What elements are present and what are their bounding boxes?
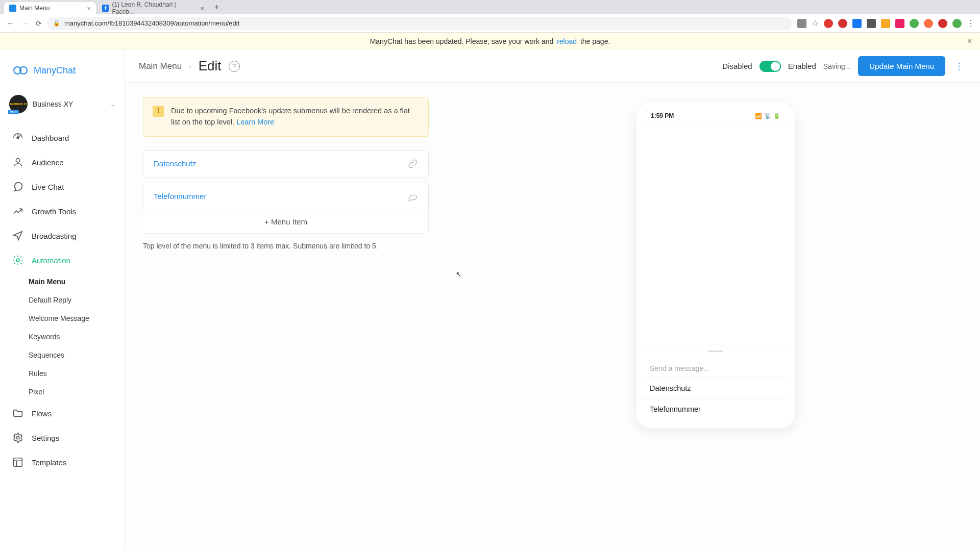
subnav-item-main-menu[interactable]: Main Menu (29, 272, 124, 291)
reply-icon (408, 191, 418, 202)
notification-text: ManyChat has been updated. Please, save … (370, 37, 610, 45)
extension-icon[interactable] (910, 19, 919, 28)
help-icon[interactable]: ? (229, 61, 240, 72)
subnav-item-sequences[interactable]: Sequences (29, 346, 124, 364)
menu-item-card[interactable]: Datenschutz (143, 150, 429, 178)
editor-column: ! Due to upcoming Facebook's update subm… (143, 97, 429, 429)
svg-rect-6 (14, 458, 22, 467)
sidebar-item-label: Settings (32, 434, 59, 442)
subnav-item-pixel[interactable]: Pixel (29, 383, 124, 401)
sidebar-item-growth-tools[interactable]: Growth Tools (0, 199, 124, 223)
extension-icon[interactable] (838, 19, 847, 28)
update-notification-bar: ManyChat has been updated. Please, save … (0, 33, 980, 50)
brand-logo[interactable]: ManyChat (0, 59, 124, 90)
disabled-label: Disabled (722, 62, 752, 70)
gear-icon (12, 255, 23, 266)
account-name: Business XY (33, 100, 105, 108)
breadcrumb[interactable]: Main Menu (139, 61, 182, 71)
extension-icon[interactable] (852, 19, 862, 28)
more-options-icon[interactable]: ⋮ (952, 61, 966, 72)
enabled-toggle[interactable] (760, 61, 781, 72)
link-icon (408, 159, 418, 169)
star-icon[interactable]: ☆ (812, 18, 819, 28)
profile-avatar-icon[interactable] (952, 19, 962, 28)
browser-toolbar: ← → ⟳ 🔒 manychat.com/fb181039443240830­9… (0, 14, 980, 33)
drawer-handle-icon[interactable] (708, 350, 723, 352)
extension-icon[interactable] (867, 19, 876, 28)
phone-menu-drawer: Send a message... DatenschutzTelefonnumm… (642, 345, 790, 419)
learn-more-link[interactable]: Learn More (236, 118, 274, 126)
subnav-item-welcome-message[interactable]: Welcome Message (29, 309, 124, 328)
lock-icon: 🔒 (53, 20, 60, 27)
close-icon[interactable]: × (87, 5, 91, 12)
chat-icon (12, 181, 23, 192)
wifi-icon: 📡 (764, 113, 771, 119)
sidebar-item-dashboard[interactable]: Dashboard (0, 126, 124, 150)
sidebar-item-label: Broadcasting (32, 232, 77, 240)
account-selector[interactable]: BUSINESS XY PRO Business XY ⌄ (0, 90, 124, 118)
phone-time: 1:59 PM (651, 112, 674, 119)
subnav-item-rules[interactable]: Rules (29, 364, 124, 383)
browser-tab[interactable]: f (1) Leon R. Chaudhari | Faceb… × (97, 2, 209, 14)
chevron-right-icon: › (189, 62, 191, 70)
warning-alert: ! Due to upcoming Facebook's update subm… (143, 97, 429, 137)
sidebar-item-flows[interactable]: Flows (0, 401, 124, 425)
svg-point-5 (16, 436, 19, 439)
speed-icon (12, 132, 23, 143)
url-text: manychat.com/fb181039443240830­9/automat… (64, 19, 239, 27)
sidebar-item-label: Dashboard (32, 134, 69, 142)
enabled-label: Enabled (788, 62, 816, 70)
sidebar-item-label: Templates (32, 458, 66, 467)
favicon-icon: f (102, 5, 109, 12)
sidebar-item-broadcasting[interactable]: Broadcasting (0, 223, 124, 248)
extension-icon[interactable] (797, 19, 806, 28)
add-menu-item-button[interactable]: + Menu Item (143, 210, 429, 234)
phone-menu-item: Telefonnummer (642, 399, 790, 419)
svg-point-2 (17, 137, 19, 139)
sidebar-item-settings[interactable]: Settings (0, 425, 124, 450)
extension-icon[interactable] (938, 19, 947, 28)
page-header: Main Menu › Edit ? Disabled Enabled Savi… (125, 50, 980, 83)
favicon-icon (9, 5, 16, 12)
sidebar-item-live-chat[interactable]: Live Chat (0, 174, 124, 199)
saving-status: Saving... (823, 62, 851, 70)
browser-tab-active[interactable]: Main Menu × (4, 2, 96, 14)
svg-point-4 (16, 259, 19, 262)
battery-icon: 🔋 (773, 113, 780, 119)
update-main-menu-button[interactable]: Update Main Menu (858, 56, 945, 76)
sidebar-item-templates[interactable]: Templates (0, 450, 124, 474)
menu-icon[interactable]: ⋮ (967, 18, 975, 28)
address-bar[interactable]: 🔒 manychat.com/fb181039443240830­9/autom… (47, 17, 792, 30)
send-icon (12, 230, 23, 241)
subnav-item-keywords[interactable]: Keywords (29, 328, 124, 346)
manychat-logo-icon (12, 62, 29, 79)
phone-preview: 1:59 PM 📶 📡 🔋 Send a message... Datensch… (636, 102, 795, 429)
new-tab-button[interactable]: + (210, 3, 223, 12)
pro-badge: PRO (8, 110, 19, 114)
sidebar-item-label: Audience (32, 158, 64, 167)
phone-menu-item: Datenschutz (642, 378, 790, 399)
sidebar-item-label: Automation (32, 256, 70, 265)
close-icon[interactable]: × (200, 5, 204, 12)
limit-help-text: Top level of the menu is limited to 3 it… (143, 242, 429, 250)
extension-icon[interactable] (924, 19, 933, 28)
reload-button[interactable]: ⟳ (36, 19, 42, 28)
folder-icon (12, 408, 23, 419)
sidebar-item-audience[interactable]: Audience (0, 150, 124, 174)
close-icon[interactable]: × (967, 37, 972, 46)
sidebar-item-automation[interactable]: Automation (0, 248, 124, 272)
template-icon (12, 457, 23, 468)
svg-point-3 (16, 159, 19, 162)
phone-conversation-area (642, 126, 790, 345)
chevron-down-icon: ⌄ (110, 101, 115, 108)
back-button[interactable]: ← (5, 19, 15, 28)
sidebar-subnav: Main MenuDefault ReplyWelcome MessageKey… (0, 272, 124, 401)
forward-button[interactable]: → (20, 19, 31, 28)
subnav-item-default-reply[interactable]: Default Reply (29, 291, 124, 309)
extension-icon[interactable] (824, 19, 833, 28)
extension-icon[interactable] (895, 19, 904, 28)
gear2-icon (12, 432, 23, 443)
reload-link[interactable]: reload (557, 37, 577, 45)
menu-item-card[interactable]: Telefonnummer (143, 183, 429, 210)
extension-icon[interactable] (881, 19, 890, 28)
